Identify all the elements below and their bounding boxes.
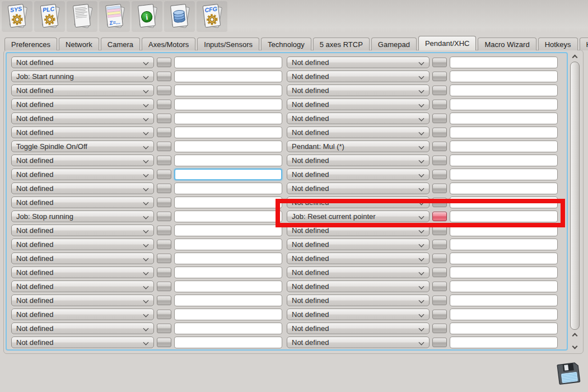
binding-code-input[interactable]	[450, 99, 558, 110]
capture-led-button[interactable]	[432, 114, 447, 123]
action-select[interactable]: Not defined	[287, 337, 430, 348]
action-select[interactable]: Job: Reset current pointer	[287, 211, 430, 222]
capture-led-button[interactable]	[157, 296, 171, 305]
action-select[interactable]: Not defined	[11, 85, 154, 96]
action-select[interactable]: Not defined	[11, 169, 154, 180]
binding-code-input[interactable]	[450, 281, 558, 292]
action-select[interactable]: Not defined	[287, 113, 430, 124]
capture-led-button[interactable]	[432, 198, 447, 207]
capture-led-button[interactable]	[157, 254, 171, 263]
capture-led-button[interactable]	[432, 212, 447, 221]
binding-code-input[interactable]	[174, 113, 282, 124]
action-select[interactable]: Not defined	[287, 85, 430, 96]
action-select[interactable]: Job: Stop running	[11, 211, 154, 222]
capture-led-button[interactable]	[157, 268, 171, 277]
vertical-scrollbar[interactable]	[569, 53, 581, 351]
action-select[interactable]: Not defined	[11, 127, 154, 138]
action-select[interactable]: Not defined	[287, 281, 430, 292]
capture-led-button[interactable]	[157, 282, 171, 291]
binding-code-input[interactable]	[450, 211, 558, 222]
action-select[interactable]: Not defined	[287, 225, 430, 236]
capture-led-button[interactable]	[157, 128, 171, 137]
action-select[interactable]: Not defined	[287, 127, 430, 138]
action-select[interactable]: Not defined	[287, 197, 430, 208]
toolbar-button-database[interactable]	[164, 1, 195, 32]
capture-led-button[interactable]	[157, 114, 171, 123]
capture-led-button[interactable]	[432, 324, 447, 333]
binding-code-input[interactable]	[450, 197, 558, 208]
action-select[interactable]: Not defined	[287, 169, 430, 180]
action-select[interactable]: Not defined	[287, 99, 430, 110]
binding-code-input[interactable]	[450, 57, 558, 68]
capture-led-button[interactable]	[432, 338, 447, 347]
capture-led-button[interactable]	[432, 296, 447, 305]
capture-led-button[interactable]	[432, 58, 447, 67]
capture-led-button[interactable]	[157, 198, 171, 207]
binding-code-input[interactable]	[450, 141, 558, 152]
action-select[interactable]: Not defined	[287, 253, 430, 264]
binding-code-input[interactable]	[174, 127, 282, 138]
capture-led-button[interactable]	[157, 184, 171, 193]
binding-code-input[interactable]	[174, 295, 282, 306]
action-select[interactable]: Not defined	[11, 197, 154, 208]
toolbar-button-sys[interactable]: SYS	[2, 1, 32, 32]
capture-led-button[interactable]	[432, 184, 447, 193]
capture-led-button[interactable]	[432, 310, 447, 319]
binding-code-input[interactable]	[174, 281, 282, 292]
binding-code-input[interactable]	[174, 309, 282, 320]
capture-led-button[interactable]	[157, 156, 171, 165]
capture-led-button[interactable]	[432, 128, 447, 137]
action-select[interactable]: Not defined	[11, 253, 154, 264]
tab-macro-wizard[interactable]: Macro Wizard	[478, 38, 536, 50]
capture-led-button[interactable]	[157, 212, 171, 221]
action-select[interactable]: Not defined	[11, 113, 154, 124]
scroll-up-button[interactable]	[569, 54, 581, 60]
binding-code-input[interactable]	[174, 225, 282, 236]
action-select[interactable]: Not defined	[287, 71, 430, 82]
binding-code-input[interactable]	[450, 337, 558, 348]
scrollbar-thumb[interactable]	[570, 62, 580, 330]
action-select[interactable]: Not defined	[11, 309, 154, 320]
toolbar-button-info[interactable]: i	[132, 1, 162, 32]
capture-led-button[interactable]	[432, 240, 447, 249]
action-select[interactable]: Not defined	[11, 323, 154, 334]
binding-code-input[interactable]	[450, 155, 558, 166]
action-select[interactable]: Not defined	[287, 57, 430, 68]
action-select[interactable]: Not defined	[11, 295, 154, 306]
action-select[interactable]: Not defined	[11, 99, 154, 110]
tab-hotkeys[interactable]: Hotkeys	[538, 38, 578, 50]
binding-code-input[interactable]	[174, 211, 282, 222]
binding-code-input[interactable]	[450, 309, 558, 320]
tab-pendant-xhc[interactable]: Pendant/XHC	[418, 36, 477, 50]
binding-code-input[interactable]	[450, 71, 558, 82]
binding-code-input[interactable]	[450, 85, 558, 96]
capture-led-button[interactable]	[157, 86, 171, 95]
binding-code-input[interactable]	[174, 183, 282, 194]
binding-code-input[interactable]	[174, 155, 282, 166]
action-select[interactable]: Not defined	[287, 183, 430, 194]
binding-code-input[interactable]	[450, 239, 558, 250]
capture-led-button[interactable]	[432, 86, 447, 95]
action-select[interactable]: Not defined	[11, 155, 154, 166]
binding-code-input[interactable]	[174, 323, 282, 334]
capture-led-button[interactable]	[432, 100, 447, 109]
capture-led-button[interactable]	[157, 170, 171, 179]
capture-led-button[interactable]	[157, 72, 171, 81]
action-select[interactable]: Not defined	[287, 309, 430, 320]
toolbar-button-report[interactable]: Σ=...	[99, 1, 130, 32]
toolbar-button-cfg[interactable]: CFG	[197, 1, 227, 32]
capture-led-button[interactable]	[432, 268, 447, 277]
binding-code-input[interactable]	[450, 267, 558, 278]
binding-code-input[interactable]	[450, 113, 558, 124]
binding-code-input[interactable]	[174, 253, 282, 264]
capture-led-button[interactable]	[157, 338, 171, 347]
binding-code-input[interactable]	[450, 169, 558, 180]
binding-code-input[interactable]	[174, 239, 282, 250]
capture-led-button[interactable]	[432, 170, 447, 179]
action-select[interactable]: Toggle Spindle On/Off	[11, 141, 154, 152]
capture-led-button[interactable]	[157, 142, 171, 151]
binding-code-input[interactable]	[450, 183, 558, 194]
action-select[interactable]: Not defined	[11, 337, 154, 348]
binding-code-input[interactable]	[174, 141, 282, 152]
action-select[interactable]: Not defined	[287, 155, 430, 166]
